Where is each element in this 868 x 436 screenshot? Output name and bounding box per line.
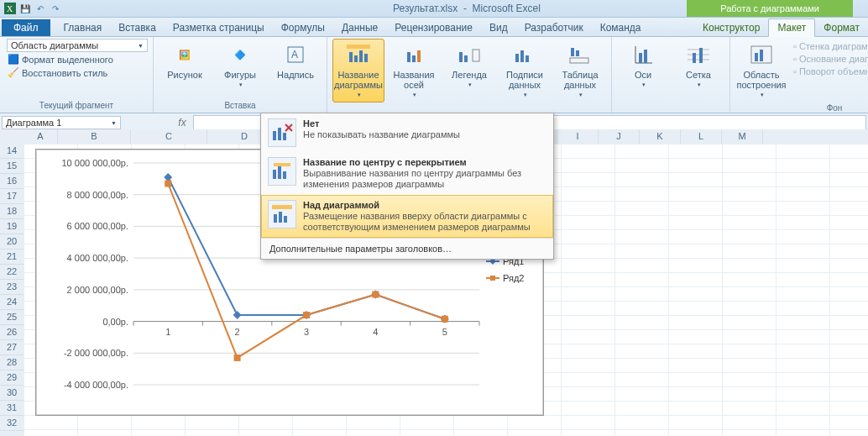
group-label-background: Фон: [735, 102, 868, 113]
chart-element-selector[interactable]: Область диаграммы▼: [7, 39, 148, 52]
fx-icon[interactable]: fx: [173, 117, 191, 129]
plot-area-button[interactable]: Область построения▾: [735, 39, 787, 102]
svg-text:2 000 000,00р.: 2 000 000,00р.: [67, 285, 128, 295]
svg-rect-44: [279, 212, 282, 223]
row-header[interactable]: 14: [0, 144, 24, 159]
svg-rect-43: [274, 214, 277, 223]
row-header[interactable]: 32: [0, 416, 24, 431]
svg-text:A: A: [291, 49, 298, 60]
chart-title-option-above[interactable]: Над диаграммойРазмещение названия вверху…: [261, 195, 553, 238]
redo-icon[interactable]: ↷: [49, 2, 62, 15]
col-header[interactable]: I: [557, 129, 599, 144]
tab-pagelayout[interactable]: Разметка страницы: [165, 19, 273, 36]
tab-review[interactable]: Рецензирование: [386, 19, 481, 36]
tab-format[interactable]: Формат: [815, 19, 868, 36]
chart-title-option-none[interactable]: НетНе показывать название диаграммы: [261, 113, 553, 152]
row-header[interactable]: 26: [0, 325, 24, 340]
row-header[interactable]: 31: [0, 401, 24, 416]
row-header[interactable]: 16: [0, 174, 24, 189]
row-header[interactable]: 28: [0, 355, 24, 370]
row-header[interactable]: 18: [0, 204, 24, 219]
name-box[interactable]: Диаграмма 1▼: [2, 116, 121, 129]
picture-button[interactable]: 🖼️Рисунок: [159, 39, 211, 100]
title-bar: X 💾 ↶ ↷ Результат.xlsx - Microsoft Excel…: [0, 0, 868, 18]
row-header[interactable]: 23: [0, 280, 24, 295]
svg-rect-32: [760, 50, 763, 61]
svg-rect-17: [526, 55, 529, 62]
rotation-button: ▫ Поворот объемной фигуры: [791, 66, 868, 77]
svg-text:10 000 000,00р.: 10 000 000,00р.: [61, 158, 128, 168]
tab-formulas[interactable]: Формулы: [273, 19, 333, 36]
svg-rect-19: [576, 50, 579, 56]
chart-title-more-options[interactable]: Дополнительные параметры заголовков…: [261, 238, 553, 259]
svg-text:8 000 000,00р.: 8 000 000,00р.: [67, 190, 128, 200]
row-header[interactable]: 21: [0, 250, 24, 265]
svg-rect-12: [459, 52, 463, 62]
col-header[interactable]: K: [640, 129, 681, 144]
save-icon[interactable]: 💾: [18, 2, 32, 15]
axes-icon: [630, 41, 656, 68]
row-header[interactable]: 15: [0, 159, 24, 174]
row-header[interactable]: 19: [0, 219, 24, 234]
svg-text:-2 000 000,00р.: -2 000 000,00р.: [64, 348, 128, 358]
group-label-insert: Вставка: [159, 100, 322, 111]
col-header[interactable]: A: [24, 129, 58, 144]
gridlines-button[interactable]: Сетка▾: [672, 39, 724, 100]
chart-title-option-overlay[interactable]: Название по центру с перекрытиемВыравнив…: [261, 152, 553, 195]
svg-rect-4: [347, 45, 370, 49]
textbox-button[interactable]: AНадпись: [269, 39, 322, 100]
shapes-button[interactable]: 🔷Фигуры▾: [214, 39, 266, 100]
svg-rect-41: [283, 171, 286, 179]
svg-rect-7: [359, 50, 363, 62]
svg-text:2: 2: [235, 327, 240, 337]
svg-rect-20: [570, 58, 588, 63]
svg-rect-9: [407, 52, 410, 62]
row-header[interactable]: 22: [0, 265, 24, 280]
row-header[interactable]: 29: [0, 370, 24, 386]
reset-style-button[interactable]: 🧹 Восстановить стиль: [5, 66, 148, 79]
tab-insert[interactable]: Вставка: [110, 19, 165, 36]
file-tab[interactable]: Файл: [2, 19, 50, 36]
tab-home[interactable]: Главная: [55, 19, 111, 36]
data-table-button[interactable]: Таблица данных▾: [554, 39, 606, 102]
format-selection-button[interactable]: 🟦 Формат выделенного: [5, 53, 148, 66]
col-header[interactable]: M: [722, 129, 763, 144]
row-header[interactable]: 30: [0, 386, 24, 401]
tab-design[interactable]: Конструктор: [694, 19, 768, 36]
tab-data[interactable]: Данные: [333, 19, 386, 36]
excel-icon: X: [3, 2, 17, 15]
tab-view[interactable]: Вид: [481, 19, 516, 36]
col-header[interactable]: B: [58, 129, 131, 144]
tab-developer[interactable]: Разработчик: [516, 19, 592, 36]
svg-rect-14: [473, 50, 479, 61]
svg-rect-8: [364, 54, 368, 62]
gridlines-icon: [685, 41, 712, 68]
legend-icon: [456, 41, 483, 68]
axes-button[interactable]: Оси▾: [617, 39, 669, 100]
tab-layout[interactable]: Макет: [768, 18, 815, 37]
legend-button[interactable]: Легенда▾: [443, 39, 495, 102]
row-header[interactable]: 25: [0, 310, 24, 325]
row-headers: 14151617181920212223242526272829303132: [0, 129, 24, 436]
svg-rect-24: [644, 50, 647, 63]
axis-titles-button[interactable]: Названия осей▾: [388, 39, 440, 102]
svg-rect-33: [273, 131, 276, 140]
svg-rect-10: [412, 55, 416, 62]
col-header[interactable]: J: [599, 129, 640, 144]
row-header[interactable]: 27: [0, 340, 24, 355]
undo-icon[interactable]: ↶: [34, 2, 47, 15]
svg-text:Ряд2: Ряд2: [503, 273, 524, 283]
data-labels-button[interactable]: Подписи данных▾: [499, 39, 551, 102]
tab-team[interactable]: Команда: [592, 19, 650, 36]
row-header[interactable]: 24: [0, 295, 24, 310]
plot-area-icon: [748, 41, 775, 68]
col-header[interactable]: C: [131, 129, 207, 144]
row-header[interactable]: 20: [0, 234, 24, 250]
col-header[interactable]: L: [681, 129, 722, 144]
chart-title-button[interactable]: Название диаграммы▾: [332, 39, 384, 102]
svg-rect-18: [571, 48, 574, 56]
svg-rect-11: [417, 50, 421, 62]
svg-rect-75: [234, 355, 241, 361]
row-header[interactable]: 17: [0, 189, 24, 204]
svg-rect-38: [274, 163, 290, 166]
